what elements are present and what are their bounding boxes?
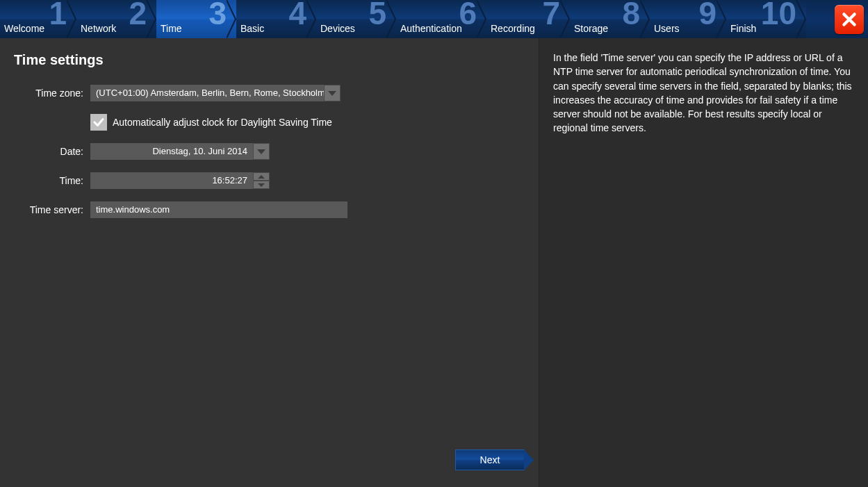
page-title: Time settings	[14, 52, 525, 68]
label-timeserver: Time server:	[14, 204, 90, 215]
chevron-right-icon	[477, 0, 486, 38]
row-date: Date: Dienstag, 10. Juni 2014	[14, 143, 525, 160]
chevron-right-icon	[716, 0, 726, 38]
step-label: Users	[654, 23, 680, 34]
time-spinner	[253, 172, 270, 189]
step-number: 3	[208, 0, 227, 29]
help-text: In the field 'Time server' you can speci…	[553, 51, 854, 135]
close-button[interactable]	[835, 5, 864, 34]
timeserver-input[interactable]	[90, 201, 347, 218]
wizard-step-network[interactable]: 2Network	[76, 0, 156, 38]
chevron-right-icon	[67, 0, 76, 38]
wizard-step-recording[interactable]: 7Recording	[486, 0, 570, 38]
dst-checkbox[interactable]	[90, 114, 107, 131]
wizard-step-devices[interactable]: 5Devices	[316, 0, 396, 38]
time-field[interactable]: 16:52:27	[90, 172, 253, 189]
step-number: 7	[542, 0, 560, 29]
wizard-step-basic[interactable]: 4Basic	[236, 0, 316, 38]
chevron-up-icon	[258, 175, 265, 179]
help-panel: In the field 'Time server' you can speci…	[539, 38, 868, 487]
date-field[interactable]: Dienstag, 10. Juni 2014	[90, 143, 253, 160]
row-dst: Automatically adjust clock for Daylight …	[14, 114, 525, 131]
check-icon	[92, 116, 105, 129]
close-icon	[840, 10, 858, 28]
chevron-right-icon	[386, 0, 396, 38]
step-number: 1	[49, 0, 67, 29]
chevron-right-icon	[796, 0, 806, 38]
chevron-right-icon	[306, 0, 316, 38]
wizard-step-finish[interactable]: 10Finish	[726, 0, 806, 38]
next-button[interactable]: Next	[455, 449, 525, 470]
dst-label: Automatically adjust clock for Daylight …	[113, 117, 332, 128]
chevron-down-icon	[328, 91, 336, 96]
arrow-right-icon	[524, 449, 534, 470]
time-up-button[interactable]	[253, 172, 270, 181]
next-button-label: Next	[480, 454, 500, 465]
label-date: Date:	[14, 146, 90, 157]
step-number: 9	[698, 0, 716, 29]
wizard-step-time[interactable]: 3Time	[156, 0, 236, 38]
timezone-dropdown-button[interactable]	[324, 85, 341, 101]
chevron-down-icon	[257, 149, 265, 154]
step-label: Authentication	[400, 23, 462, 34]
form-body: Time zone: (UTC+01:00) Amsterdam, Berlin…	[14, 85, 525, 449]
step-label: Devices	[320, 23, 355, 34]
chevron-down-icon	[258, 183, 265, 187]
content-area: Time settings Time zone: (UTC+01:00) Ams…	[0, 38, 868, 487]
row-timeserver: Time server:	[14, 201, 525, 218]
time-down-button[interactable]	[253, 181, 270, 189]
chevron-right-icon	[560, 0, 570, 38]
date-dropdown-button[interactable]	[253, 143, 270, 160]
step-label: Welcome	[4, 23, 44, 34]
wizard-step-users[interactable]: 9Users	[650, 0, 726, 38]
step-number: 4	[288, 0, 306, 29]
chevron-right-icon	[147, 0, 156, 38]
step-label: Time	[161, 23, 182, 34]
step-label: Storage	[574, 23, 608, 34]
row-timezone: Time zone: (UTC+01:00) Amsterdam, Berlin…	[14, 85, 525, 101]
wizard-step-welcome[interactable]: 1Welcome	[0, 0, 76, 38]
wizard-step-bar: 1Welcome2Network3Time4Basic5Devices6Auth…	[0, 0, 868, 38]
step-label: Network	[81, 23, 116, 34]
step-number: 2	[129, 0, 147, 29]
wizard-step-authentication[interactable]: 6Authentication	[396, 0, 486, 38]
label-time: Time:	[14, 175, 90, 186]
label-timezone: Time zone:	[14, 88, 90, 99]
step-label: Finish	[730, 23, 756, 34]
step-label: Recording	[491, 23, 535, 34]
footer-actions: Next	[14, 449, 525, 473]
chevron-right-icon	[227, 0, 236, 38]
timezone-select[interactable]: (UTC+01:00) Amsterdam, Berlin, Bern, Rom…	[90, 85, 324, 101]
step-number: 10	[761, 0, 796, 29]
wizard-step-storage[interactable]: 8Storage	[570, 0, 650, 38]
step-number: 5	[368, 0, 386, 29]
row-time: Time: 16:52:27	[14, 172, 525, 189]
step-label: Basic	[240, 23, 264, 34]
main-panel: Time settings Time zone: (UTC+01:00) Ams…	[0, 38, 539, 487]
chevron-right-icon	[640, 0, 650, 38]
step-number: 8	[622, 0, 640, 29]
